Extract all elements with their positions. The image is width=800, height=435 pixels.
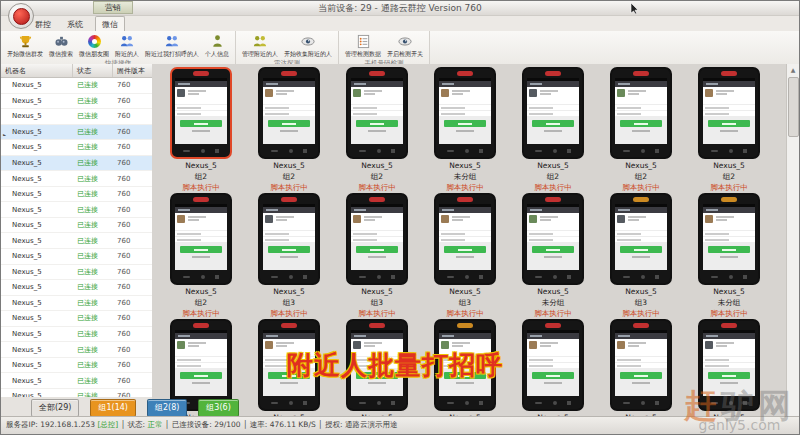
wechat-info-row [263, 105, 315, 110]
phone-thumbnail[interactable]: Nexus_5 组3 脚本执行中 [597, 193, 685, 319]
phone-thumbnail[interactable]: Nexus_5 组3 脚本执行中 [245, 193, 333, 319]
phone-led-indicator [457, 197, 473, 202]
phone-thumbnail[interactable]: Nexus_5 组2 脚本执行中 [157, 193, 245, 319]
device-table-row[interactable]: ▸Nexus_5 已连接 760 [1, 233, 152, 249]
device-table-row[interactable]: ▸Nexus_5 已连接 760 [1, 156, 152, 172]
phone-screen[interactable] [615, 204, 667, 270]
ribbon-button-detect-switch[interactable]: 开启检测开关 [384, 33, 426, 59]
home-key-icon [289, 401, 293, 405]
phone-thumbnail[interactable]: Nexus_5 组2 脚本执行中 [333, 67, 421, 193]
phone-screen[interactable] [263, 204, 315, 270]
phone-screen[interactable] [263, 78, 315, 144]
phone-screen[interactable] [615, 78, 667, 144]
device-table-row[interactable]: ▸Nexus_5 已连接 760 [1, 140, 152, 156]
phone-thumbnail[interactable]: Nexus_5 组2 脚本执行中 [597, 67, 685, 193]
ribbon-button-wechat-search[interactable]: 微信搜索 [46, 33, 76, 59]
device-table-row[interactable]: ▸Nexus_5 已连接 760 [1, 202, 152, 218]
device-name-cell: ▸Nexus_5 [1, 283, 73, 291]
phone-status-label: 脚本执行中 [358, 309, 396, 318]
device-firmware-cell: 760 [113, 237, 143, 245]
vertical-scrollbar[interactable]: ▲ ▼ [786, 64, 799, 434]
ribbon-button-manage-detect-data[interactable]: 管理检测数据 [342, 33, 384, 59]
tab-system[interactable]: 系统 [61, 18, 89, 31]
scroll-up-arrow-icon[interactable]: ▲ [787, 64, 799, 76]
phone-screen[interactable] [439, 204, 491, 270]
device-table-row[interactable]: ▸Nexus_5 已连接 760 [1, 280, 152, 296]
ribbon-button-start-group-send[interactable]: 开始微信群发 [4, 33, 46, 59]
phone-thumbnail[interactable]: Nexus_5 组2 脚本执行中 [509, 67, 597, 193]
device-table-row[interactable]: ▸Nexus_5 已连接 760 [1, 373, 152, 389]
phone-screen[interactable] [527, 330, 579, 396]
device-table-row[interactable]: ▸Nexus_5 已连接 760 [1, 311, 152, 327]
wechat-info-row [615, 363, 667, 368]
wechat-info-row [703, 237, 755, 242]
group-button-2[interactable]: 组2(8) [147, 399, 187, 417]
ribbon-button-moments[interactable]: 微信朋友圈 [76, 33, 112, 59]
ribbon-button-profile[interactable]: 个人信息 [202, 33, 232, 59]
group-button-1[interactable]: 组1(14) [90, 399, 136, 417]
contextual-tab-marketing[interactable]: 营销 [93, 1, 133, 14]
ribbon-button-collect-nearby[interactable]: 开始收集附近的人 [281, 33, 335, 59]
phone-screen[interactable] [703, 78, 755, 144]
device-table-row[interactable]: ▸Nexus_5 已连接 760 [1, 94, 152, 110]
column-header-firmware[interactable]: 固件版本 [113, 64, 152, 77]
phone-led-indicator [633, 197, 649, 202]
phone-screen[interactable] [703, 330, 755, 396]
wechat-info-row [703, 111, 755, 116]
phone-thumbnail[interactable]: Nexus_5 未分组 脚本执行中 [685, 193, 773, 319]
phone-screen[interactable] [527, 78, 579, 144]
wechat-info-row [615, 111, 667, 116]
ribbon-group-radar: 管理附近的人 开始收集附近的人 雷达探测 [236, 31, 339, 64]
phone-screen[interactable] [175, 204, 227, 270]
phone-nav-bar [348, 144, 406, 157]
device-table-row[interactable]: ▸Nexus_5 已连接 760 [1, 327, 152, 343]
phone-thumbnail[interactable]: Nexus_5 组2 脚本执行中 [685, 67, 773, 193]
device-table-row[interactable]: ▸Nexus_5 已连接 760 [1, 218, 152, 234]
device-table-row[interactable]: ▸Nexus_5 已连接 760 [1, 342, 152, 358]
device-status-cell: 已连接 [73, 345, 113, 355]
device-table-row[interactable]: ▸Nexus_5 已连接 760 [1, 187, 152, 203]
device-table-row[interactable]: ▸Nexus_5 已连接 760 [1, 109, 152, 125]
phone-name-label: Nexus_5 [185, 287, 217, 296]
phone-thumbnail[interactable]: Nexus_5 未分组 脚本执行中 [421, 67, 509, 193]
home-key-icon [201, 149, 205, 153]
phone-thumbnail[interactable]: Nexus_5 组3 脚本执行中 [421, 193, 509, 319]
app-logo-icon [13, 8, 30, 25]
phone-thumbnail[interactable]: Nexus_5 未分组 脚本执行中 [509, 193, 597, 319]
device-table-row[interactable]: ▸Nexus_5 已连接 760 [1, 171, 152, 187]
phone-led-indicator [457, 323, 473, 328]
scrollbar-thumb[interactable] [788, 77, 799, 137]
device-table-row[interactable]: ▸Nexus_5 已连接 760 [1, 358, 152, 374]
wechat-action-button [620, 372, 662, 379]
phone-thumbnail[interactable]: Nexus_5 组2 脚本执行中 [157, 67, 245, 193]
phone-screen[interactable] [703, 204, 755, 270]
phone-screen[interactable] [175, 78, 227, 144]
device-table-row[interactable]: ▸Nexus_5 已连接 760 [1, 78, 152, 94]
eye-icon [300, 33, 316, 49]
phone-screen[interactable] [615, 330, 667, 396]
device-table-row[interactable]: ▸Nexus_5 已连接 760 [1, 296, 152, 312]
device-table-row[interactable]: ▸Nexus_5 已连接 760 [1, 125, 152, 141]
phone-thumbnail[interactable]: Nexus_5 组3 脚本执行中 [333, 193, 421, 319]
phone-thumbnail[interactable]: Nexus_5 组2 脚本执行中 [245, 67, 333, 193]
ribbon-button-nearby-people[interactable]: 附近的人 [112, 33, 142, 59]
device-table-row[interactable]: ▸Nexus_5 已连接 760 [1, 249, 152, 265]
ribbon-button-manage-nearby[interactable]: 管理附近的人 [239, 33, 281, 59]
phone-screen[interactable] [351, 204, 403, 270]
phone-screen[interactable] [351, 78, 403, 144]
phone-screen[interactable] [527, 204, 579, 270]
column-header-status[interactable]: 状态 [73, 64, 113, 77]
phone-screen[interactable] [175, 330, 227, 396]
phone-screen[interactable] [439, 78, 491, 144]
group-button-3[interactable]: 组3(6) [198, 399, 238, 417]
device-table-row[interactable]: ▸Nexus_5 已连接 760 [1, 265, 152, 281]
phone-led-indicator [193, 197, 209, 202]
group-button-all[interactable]: 全部(29) [31, 399, 79, 417]
phone-nav-bar [260, 144, 318, 157]
phone-led-indicator [193, 323, 209, 328]
column-header-machine-name[interactable]: 机器名 [1, 64, 73, 77]
app-window: { "window": { "title": "当前设备: 29 - 通路云群控… [0, 0, 800, 435]
ribbon-button-greeted-me[interactable]: 附近过我打招呼的人 [142, 33, 202, 59]
device-status-cell: 已连接 [73, 80, 113, 90]
app-orb-button[interactable] [8, 3, 34, 29]
